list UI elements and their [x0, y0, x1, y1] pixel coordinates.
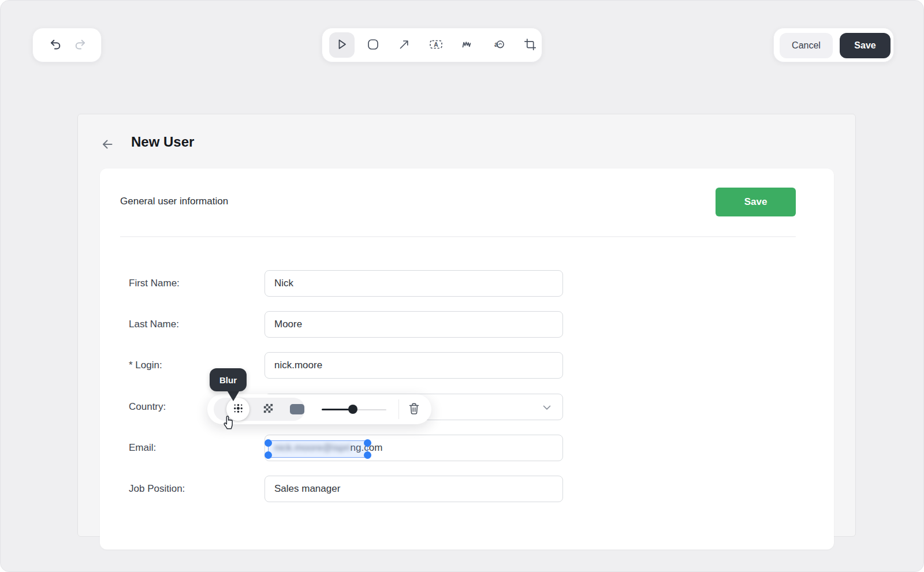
job-position-label: Job Position:: [129, 476, 256, 502]
pointer-icon: [335, 38, 349, 53]
solid-fill-icon: [290, 404, 304, 414]
email-label: Email:: [129, 435, 256, 461]
tool-blur-button[interactable]: a: [486, 32, 512, 58]
page-title: New User: [131, 134, 194, 150]
tool-select-button[interactable]: [329, 32, 355, 58]
tool-arrow-button[interactable]: [392, 32, 417, 58]
blur-type-group: [214, 398, 305, 421]
card-divider: [120, 236, 796, 237]
slider-thumb[interactable]: [348, 405, 357, 414]
toolbar-divider: [398, 399, 399, 419]
last-name-input[interactable]: [264, 311, 563, 338]
blur-type-pixelate-button[interactable]: [256, 398, 280, 421]
annotation-toolbar: A a: [322, 28, 542, 62]
tool-text-button[interactable]: A: [423, 32, 449, 58]
section-title: General user information: [120, 196, 228, 207]
blur-type-dots-button[interactable]: [226, 398, 249, 421]
blur-amount-slider[interactable]: [322, 405, 386, 414]
blur-options-toolbar: [207, 394, 431, 424]
last-name-label: Last Name:: [129, 311, 256, 338]
tool-shape-button[interactable]: [360, 32, 386, 58]
editor-save-button[interactable]: Save: [840, 33, 891, 58]
screenshot-editor: A a: [0, 0, 924, 572]
rectangle-icon: [366, 38, 380, 53]
selection-handle-top-left[interactable]: [264, 439, 272, 447]
back-arrow-icon[interactable]: [100, 137, 114, 151]
selection-handle-bottom-left[interactable]: [264, 451, 272, 459]
delete-annotation-button[interactable]: [404, 399, 424, 420]
blur-type-solid-button[interactable]: [285, 398, 308, 421]
undo-button[interactable]: [43, 32, 68, 58]
blur-tooltip: Blur: [210, 368, 247, 391]
blur-dots-icon: [232, 402, 245, 417]
slider-empty-track: [353, 409, 386, 410]
tool-crop-button[interactable]: [517, 32, 543, 58]
trash-icon: [407, 402, 421, 417]
blur-letter-icon: a: [492, 38, 506, 53]
job-position-input[interactable]: [264, 476, 563, 502]
text-icon: A: [429, 37, 444, 54]
tool-marker-button[interactable]: [454, 32, 480, 58]
form-save-button[interactable]: Save: [716, 188, 796, 216]
email-field[interactable]: nick.moore@ispring.com: [264, 435, 563, 461]
selection-handle-top-right[interactable]: [364, 439, 371, 447]
redo-button[interactable]: [68, 32, 93, 58]
selection-handle-bottom-right[interactable]: [364, 451, 371, 459]
redo-icon: [73, 37, 88, 54]
first-name-label: First Name:: [129, 270, 256, 297]
cancel-button[interactable]: Cancel: [780, 33, 833, 58]
editor-actions: Cancel Save: [773, 28, 894, 62]
arrow-icon: [397, 38, 411, 53]
blur-selection-region[interactable]: [268, 440, 368, 458]
svg-text:A: A: [434, 41, 438, 47]
undo-icon: [48, 37, 63, 54]
crop-icon: [523, 38, 537, 53]
first-name-input[interactable]: [264, 270, 563, 297]
history-toolbar: [32, 28, 102, 62]
login-input[interactable]: [264, 352, 563, 379]
marker-scribble-icon: [460, 38, 474, 53]
pixelate-icon: [262, 402, 274, 416]
